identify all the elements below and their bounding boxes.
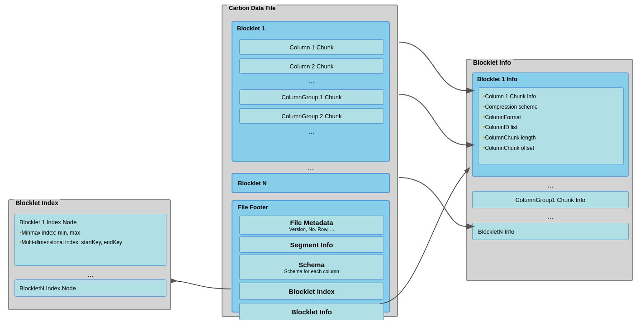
footer-row-3: Blocklet Index xyxy=(239,283,384,300)
blocklet-info-outer-box: Blocklet Info Blocklet 1 Info •Column 1 … xyxy=(466,59,633,281)
b1-bullet-5: •ColumnChunk length xyxy=(483,133,619,143)
columngroup2-chunk: ColumnGroup 2 Chunk xyxy=(239,108,384,124)
footer-box: File Footer File MetadataVersion, No. Ro… xyxy=(232,200,390,313)
blocklet-index-outer-box: Blocklet Index Blocklet 1 Index Node •Mi… xyxy=(8,199,171,310)
bi-dots: ... xyxy=(14,270,166,279)
b1-bullet-2: •Compression scheme xyxy=(483,102,619,112)
footer-title: File Footer xyxy=(238,204,268,211)
b1info-inner: •Column 1 Chunk Info •Compression scheme… xyxy=(478,87,624,164)
cg1-box: ColumnGroup1 Chunk Info xyxy=(472,191,629,208)
carbon-data-file-box: Carbon Data File Blocklet 1 Column 1 Chu… xyxy=(222,5,398,317)
b1info-title: Blocklet 1 Info xyxy=(477,76,517,82)
b1-bullet-3: •ColumnFormat xyxy=(483,112,619,123)
columngroup1-chunk: ColumnGroup 1 Chunk xyxy=(239,89,384,105)
column1-chunk: Column 1 Chunk xyxy=(239,39,384,55)
footer-row-0: File MetadataVersion, No. Row, ... xyxy=(239,216,384,235)
footer-row-4: Blocklet Info xyxy=(239,303,384,320)
blocklets-dots: ... xyxy=(232,164,390,172)
footer-row-1: Segment Info xyxy=(239,236,384,253)
chunks-dots2: ... xyxy=(239,127,384,135)
blocklet-info-title: Blocklet Info xyxy=(471,59,513,66)
blocklet1-box: Blocklet 1 Column 1 Chunk Column 2 Chunk… xyxy=(232,21,390,162)
cg1-dots: ... xyxy=(472,213,629,221)
bi-bullet-2: •Multi-dimensional index: startKey, endK… xyxy=(19,238,161,247)
arrow-col1-chunk xyxy=(399,42,466,91)
b1info-dots: ... xyxy=(472,181,629,189)
diagram-container: Carbon Data File Blocklet 1 Column 1 Chu… xyxy=(0,0,644,327)
bi-inner1-title: Blocklet 1 Index Node xyxy=(19,218,161,227)
b1-bullet-4: •ColumnID list xyxy=(483,122,619,133)
arrow-cg1-chunk xyxy=(399,94,466,145)
arrow-blockletn xyxy=(399,178,466,226)
chunks-dots1: ... xyxy=(239,77,384,85)
bn-info-box: BlockletN Info xyxy=(472,223,629,240)
blockletn-index-node: BlockletN Index Node xyxy=(14,279,166,297)
b1-bullet-1: •Column 1 Chunk Info xyxy=(483,91,619,102)
bi-bullet-1: •Minmax index: min, max xyxy=(19,228,161,238)
b1info-box: Blocklet 1 Info •Column 1 Chunk Info •Co… xyxy=(472,72,629,177)
carbon-data-file-title: Carbon Data File xyxy=(227,5,277,11)
blockletn-box: Blocklet N xyxy=(232,173,390,193)
b1-bullet-6: •ColumnChunk offset xyxy=(483,143,619,154)
footer-row-2: SchemaSchema for each column xyxy=(239,255,384,280)
column2-chunk: Column 2 Chunk xyxy=(239,58,384,74)
blocklet1-index-node: Blocklet 1 Index Node •Minmax index: min… xyxy=(14,214,166,266)
blockletn-title: Blocklet N xyxy=(238,180,267,187)
blocklet-index-title: Blocklet Index xyxy=(14,199,60,207)
blocklet1-title: Blocklet 1 xyxy=(237,25,265,32)
